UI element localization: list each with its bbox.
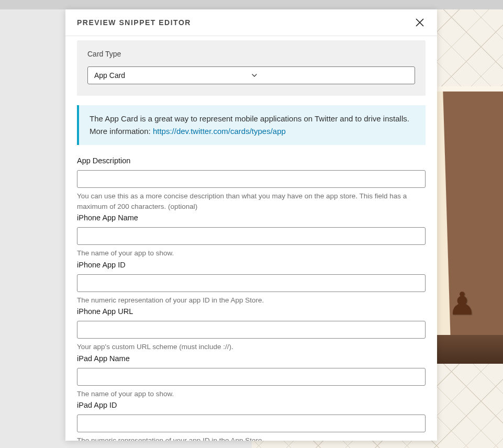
close-button[interactable] (414, 17, 426, 28)
field-iphone-app-url: iPhone App URL Your app's custom URL sch… (77, 307, 426, 352)
field-app-description: App Description You can use this as a mo… (77, 156, 426, 211)
field-iphone-app-name: iPhone App Name The name of your app to … (77, 214, 426, 259)
card-type-select[interactable]: App Card (87, 66, 415, 84)
snippet-editor-modal: PREVIEW SNIPPET EDITOR Card Type App Car… (65, 9, 437, 441)
chess-pawn-icon (448, 285, 464, 317)
chevron-down-icon (251, 72, 408, 79)
close-icon (414, 17, 426, 28)
field-label: iPad App ID (77, 401, 426, 409)
info-banner: The App Card is a great way to represent… (77, 105, 426, 145)
ipad-app-id-input[interactable] (77, 415, 426, 432)
modal-title: PREVIEW SNIPPET EDITOR (77, 18, 191, 27)
iphone-app-name-input[interactable] (77, 227, 426, 245)
field-help: The name of your app to show. (77, 248, 426, 259)
iphone-app-id-input[interactable] (77, 274, 426, 292)
info-link[interactable]: https://dev.twitter.com/cards/types/app (153, 127, 286, 136)
field-iphone-app-id: iPhone App ID The numeric representation… (77, 261, 426, 306)
card-type-label: Card Type (87, 50, 415, 58)
ipad-app-name-input[interactable] (77, 368, 426, 386)
field-label: iPhone App Name (77, 214, 426, 222)
field-help: Your app's custom URL scheme (must inclu… (77, 342, 426, 352)
field-help: The name of your app to show. (77, 389, 426, 399)
card-type-value: App Card (94, 71, 251, 80)
iphone-app-url-input[interactable] (77, 321, 426, 339)
app-description-input[interactable] (77, 170, 426, 188)
field-help: The numeric representation of your app I… (77, 295, 426, 306)
field-ipad-app-id: iPad App ID The numeric representation o… (77, 401, 426, 441)
modal-body: Card Type App Card The App Card is a gre… (65, 36, 437, 441)
field-help: The numeric representation of your app I… (77, 435, 426, 441)
field-label: iPad App Name (77, 354, 426, 363)
field-label: iPhone App ID (77, 261, 426, 269)
card-type-section: Card Type App Card (77, 40, 426, 96)
field-help: You can use this as a more concise descr… (77, 191, 426, 211)
field-ipad-app-name: iPad App Name The name of your app to sh… (77, 354, 426, 399)
modal-header: PREVIEW SNIPPET EDITOR (65, 9, 437, 36)
field-label: App Description (77, 156, 426, 165)
field-label: iPhone App URL (77, 307, 426, 316)
